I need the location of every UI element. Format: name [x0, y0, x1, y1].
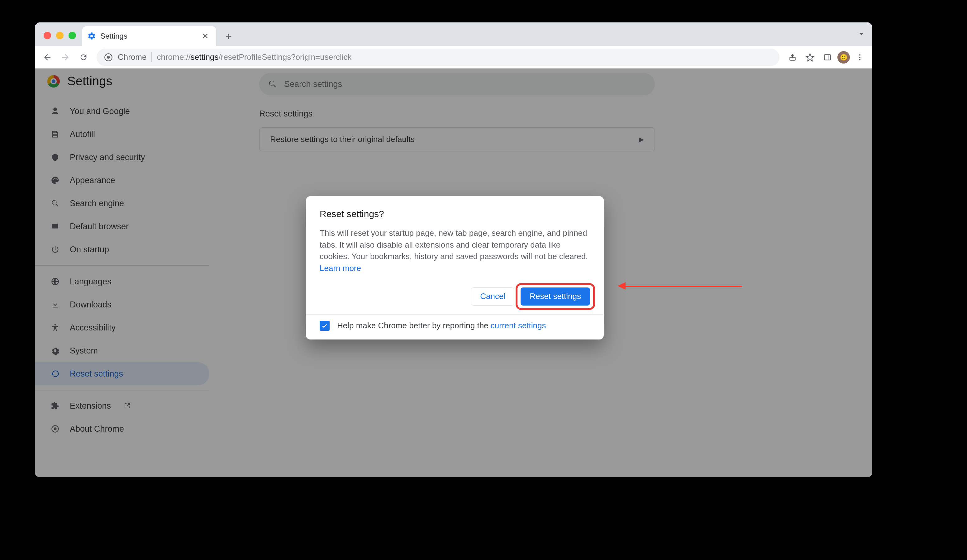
svg-point-6 — [859, 56, 860, 58]
close-tab-button[interactable]: ✕ — [200, 30, 211, 42]
omnibox[interactable]: Chrome chrome://settings/resetProfileSet… — [97, 49, 779, 66]
window-controls — [39, 32, 82, 46]
url-path: /resetProfileSettings?origin=userclick — [218, 52, 351, 62]
svg-rect-3 — [824, 54, 830, 60]
profile-avatar-button[interactable]: 🙂 — [837, 51, 850, 64]
omnibox-url: chrome://settings/resetProfileSettings?o… — [157, 52, 351, 62]
page-content: Settings You and GoogleAutofillPrivacy a… — [35, 69, 872, 477]
svg-point-1 — [107, 56, 110, 59]
reset-settings-button[interactable]: Reset settings — [521, 287, 590, 306]
cancel-button[interactable]: Cancel — [471, 287, 514, 306]
tab-strip: Settings ✕ ＋ — [35, 22, 872, 46]
omnibox-prefix: Chrome — [118, 52, 152, 62]
forward-button[interactable] — [58, 50, 73, 65]
chrome-menu-button[interactable] — [852, 50, 867, 65]
zoom-window-button[interactable] — [69, 32, 76, 39]
side-panel-button[interactable] — [820, 50, 835, 65]
report-settings-checkbox[interactable] — [320, 321, 330, 331]
learn-more-link[interactable]: Learn more — [320, 264, 361, 273]
dialog-body-text: This will reset your startup page, new t… — [320, 227, 590, 274]
reset-settings-dialog: Reset settings? This will reset your sta… — [306, 196, 604, 339]
toolbar-actions: 🙂 — [785, 50, 867, 65]
new-tab-button[interactable]: ＋ — [220, 27, 238, 45]
reload-button[interactable] — [76, 50, 91, 65]
toolbar: Chrome chrome://settings/resetProfileSet… — [35, 46, 872, 69]
url-scheme: chrome:// — [157, 52, 190, 62]
svg-point-5 — [859, 54, 860, 56]
minimize-window-button[interactable] — [56, 32, 64, 39]
dialog-body-span: This will reset your startup page, new t… — [320, 228, 588, 261]
tabs-dropdown-button[interactable] — [857, 29, 866, 39]
annotation-arrow — [617, 284, 742, 287]
browser-window: Settings ✕ ＋ Chrome chrome://settings/re… — [35, 22, 872, 477]
footer-text-span: Help make Chrome better by reporting the — [337, 321, 491, 330]
close-window-button[interactable] — [44, 32, 51, 39]
settings-favicon-icon — [87, 32, 96, 41]
browser-tab[interactable]: Settings ✕ — [82, 26, 216, 46]
share-button[interactable] — [785, 50, 800, 65]
dialog-title: Reset settings? — [320, 209, 590, 219]
dialog-footer-text: Help make Chrome better by reporting the… — [337, 321, 546, 331]
site-info-icon[interactable] — [104, 53, 113, 62]
dialog-footer: Help make Chrome better by reporting the… — [306, 315, 604, 339]
current-settings-link[interactable]: current settings — [491, 321, 546, 330]
dialog-actions: Cancel Reset settings — [320, 287, 590, 306]
bookmark-button[interactable] — [802, 50, 817, 65]
back-button[interactable] — [40, 50, 55, 65]
tab-title: Settings — [100, 32, 195, 41]
svg-point-7 — [859, 59, 860, 60]
url-host: settings — [191, 52, 219, 62]
